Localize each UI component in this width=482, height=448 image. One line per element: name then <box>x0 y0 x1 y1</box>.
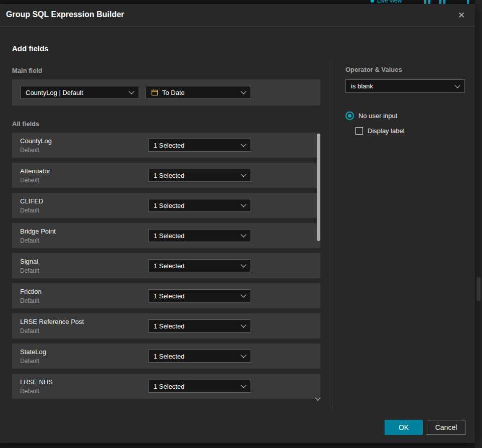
chevron-down-icon <box>240 382 246 388</box>
field-selected-dropdown[interactable]: 1 Selected <box>148 199 251 212</box>
no-user-input-radio[interactable]: No user input <box>345 111 397 120</box>
field-row: CLIFED Default 1 Selected <box>12 193 320 218</box>
selected-count-label: 1 Selected <box>154 142 184 149</box>
chevron-down-icon <box>240 201 246 207</box>
chevron-down-icon <box>240 232 246 237</box>
field-row: LRSE Reference Post Default 1 Selected <box>12 313 320 339</box>
chevron-down-icon <box>240 322 246 327</box>
field-name: CLIFED <box>20 197 43 205</box>
field-row: CountyLog Default 1 Selected <box>12 133 320 158</box>
calendar-icon <box>151 89 158 96</box>
field-subtitle: Default <box>20 147 39 154</box>
chevron-down-icon <box>454 82 460 88</box>
chevron-down-icon <box>240 171 246 177</box>
list-scrollbar-thumb[interactable] <box>317 134 320 241</box>
field-selected-dropdown[interactable]: 1 Selected <box>148 319 251 332</box>
chevron-down-icon <box>129 88 134 94</box>
all-fields-label: All fields <box>12 120 39 128</box>
live-view-dot <box>371 0 374 3</box>
chevron-down-icon <box>240 292 246 297</box>
field-subtitle: Default <box>20 207 39 214</box>
field-selected-dropdown[interactable]: 1 Selected <box>148 380 251 393</box>
selected-count-label: 1 Selected <box>154 172 184 179</box>
topbar-pause-icon[interactable] <box>424 0 426 4</box>
live-view-indicator: Live view <box>371 0 402 4</box>
screen: Live view Group SQL Expression Builder ✕… <box>0 0 482 448</box>
main-field-row: CountyLog | Default To Date <box>12 79 320 105</box>
selected-count-label: 1 Selected <box>154 353 184 360</box>
field-subtitle: Default <box>20 237 39 244</box>
date-field-value: To Date <box>162 89 185 96</box>
field-selected-dropdown[interactable]: 1 Selected <box>148 259 251 272</box>
selected-count-label: 1 Selected <box>154 292 184 300</box>
operator-value: is blank <box>351 82 373 90</box>
field-selected-dropdown[interactable]: 1 Selected <box>148 350 251 363</box>
app-topbar: Live view <box>0 0 482 4</box>
field-row: LRSE NHS Default 1 Selected <box>12 374 320 399</box>
cancel-button[interactable]: Cancel <box>427 420 465 435</box>
field-row: StateLog Default 1 Selected <box>12 344 320 369</box>
ok-button[interactable]: OK <box>385 420 423 435</box>
selected-count-label: 1 Selected <box>154 383 184 390</box>
selected-count-label: 1 Selected <box>154 202 184 209</box>
field-subtitle: Default <box>20 177 39 184</box>
display-label-checkbox[interactable]: Display label <box>355 127 405 135</box>
field-name: Friction <box>20 288 42 295</box>
field-subtitle: Default <box>20 327 39 334</box>
field-selected-dropdown[interactable]: 1 Selected <box>148 169 251 182</box>
chevron-down-icon <box>240 262 246 267</box>
group-sql-expression-builder-dialog: Group SQL Expression Builder ✕ Add field… <box>0 4 475 443</box>
field-name: CountyLog <box>20 137 52 145</box>
field-row: Signal Default 1 Selected <box>12 253 320 278</box>
field-subtitle: Default <box>20 358 39 365</box>
chevron-down-icon <box>240 141 246 147</box>
topbar-pause-icon[interactable] <box>428 0 430 4</box>
topbar-pause-icon[interactable] <box>443 0 445 4</box>
field-selected-dropdown[interactable]: 1 Selected <box>148 229 251 242</box>
field-row: Attenuator Default 1 Selected <box>12 163 320 188</box>
close-icon[interactable]: ✕ <box>455 9 468 22</box>
all-fields-list: CountyLog Default 1 Selected Attenuator … <box>12 133 320 404</box>
chevron-down-icon <box>240 352 246 358</box>
field-row: Friction Default 1 Selected <box>12 283 320 308</box>
field-selected-dropdown[interactable]: 1 Selected <box>148 139 251 152</box>
field-name: Attenuator <box>20 167 50 175</box>
checkbox-unchecked-icon <box>355 127 363 135</box>
field-name: Bridge Point <box>20 228 56 235</box>
field-subtitle: Default <box>20 297 39 304</box>
dialog-title: Group SQL Expression Builder <box>6 10 124 19</box>
radio-selected-icon <box>345 111 354 120</box>
background-scroll-area <box>475 0 482 448</box>
field-selected-dropdown[interactable]: 1 Selected <box>148 289 251 302</box>
selected-count-label: 1 Selected <box>154 232 184 240</box>
field-name: Signal <box>20 258 38 265</box>
operator-dropdown[interactable]: is blank <box>345 79 465 93</box>
selected-count-label: 1 Selected <box>154 322 184 330</box>
dialog-header: Group SQL Expression Builder ✕ <box>0 4 475 27</box>
field-subtitle: Default <box>20 388 39 395</box>
date-field-dropdown[interactable]: To Date <box>146 86 251 99</box>
main-field-dropdown[interactable]: CountyLog | Default <box>20 86 139 99</box>
field-row: Bridge Point Default 1 Selected <box>12 223 320 248</box>
topbar-pause-icon[interactable] <box>439 0 441 4</box>
background-scrollbar-thumb[interactable] <box>476 277 480 301</box>
no-user-input-label: No user input <box>358 112 397 120</box>
live-view-label: Live view <box>377 0 402 4</box>
field-name: LRSE Reference Post <box>20 318 84 325</box>
operator-values-label: Operator & Values <box>345 66 402 73</box>
field-name: StateLog <box>20 348 46 356</box>
main-field-value: CountyLog | Default <box>26 89 83 96</box>
field-name: LRSE NHS <box>20 378 53 386</box>
chevron-down-icon <box>240 88 246 94</box>
column-divider <box>332 60 332 409</box>
field-subtitle: Default <box>20 267 39 274</box>
topbar-bar-icon[interactable] <box>467 0 469 4</box>
main-field-label: Main field <box>12 67 42 74</box>
selected-count-label: 1 Selected <box>154 262 184 270</box>
add-fields-heading: Add fields <box>12 44 49 53</box>
display-label-text: Display label <box>368 127 405 135</box>
